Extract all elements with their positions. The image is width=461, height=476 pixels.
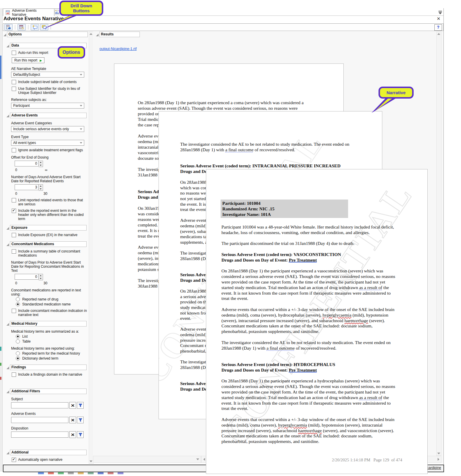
checkbox-include-a-summary-table-of-concomitant-m[interactable]: Include a summary table of concomitant m… xyxy=(12,249,87,257)
radio-button[interactable] xyxy=(16,334,20,338)
section-header-exposure[interactable]: Exposure xyxy=(10,225,87,231)
section-header-findings[interactable]: Findings xyxy=(10,365,87,370)
checkbox-box[interactable] xyxy=(12,458,16,462)
doc-text-line: event. It is not known from the case rep… xyxy=(221,291,391,296)
number-stepper[interactable] xyxy=(39,184,43,191)
auto-hide-icon[interactable] xyxy=(438,11,442,15)
checkbox-include-a-findings-domain-in-the-narrati[interactable]: Include a findings domain in the narrati… xyxy=(12,372,87,377)
dropdown-include-serious-adverse-events-only[interactable]: Include serious adverse events only xyxy=(11,126,84,132)
checkbox-include-concomitant-medication-indicatio[interactable]: Include concomitant medication indicatio… xyxy=(12,309,87,317)
checkbox-box[interactable] xyxy=(12,87,16,91)
scroll-up-icon[interactable] xyxy=(437,33,440,35)
results-header[interactable]: Results xyxy=(99,32,140,37)
collapse-triangle-icon[interactable] xyxy=(6,45,9,47)
help-icon[interactable]: ? xyxy=(434,24,442,31)
checkbox-box[interactable] xyxy=(12,198,16,202)
doc-link-text[interactable]: Pre Treatment xyxy=(289,257,317,262)
stepper-up-icon[interactable] xyxy=(40,162,42,163)
collapse-triangle-icon[interactable] xyxy=(6,391,9,393)
checkbox-box[interactable] xyxy=(12,233,16,237)
section-header-additional[interactable]: Additional xyxy=(10,450,87,455)
scroll-left-icon[interactable] xyxy=(203,458,205,461)
checkbox-box[interactable] xyxy=(12,148,16,152)
section-header-adverse-events[interactable]: Adverse Events xyxy=(10,113,87,118)
subject-filter-input[interactable] xyxy=(11,402,68,408)
collapse-triangle-icon[interactable] xyxy=(6,452,9,454)
radio-button[interactable] xyxy=(16,339,20,343)
collapse-triangle-icon[interactable] xyxy=(4,34,6,36)
stepper-up-icon[interactable] xyxy=(40,185,42,187)
doc-link-text[interactable]: Pre Treatment xyxy=(289,367,317,372)
number-input[interactable]: 3 xyxy=(15,184,39,190)
doc-text-line: Drugs and Doses on Day of Event: Pre Tre… xyxy=(221,367,317,373)
checkbox-include-exposure-ex-in-the-narrative[interactable]: Include Exposure (EX) in the narrative xyxy=(12,233,87,237)
checkbox-box[interactable] xyxy=(12,309,16,313)
scroll-up-icon[interactable] xyxy=(90,33,92,35)
checkbox-box[interactable] xyxy=(12,209,16,213)
export-report-icon[interactable] xyxy=(4,24,13,30)
radio-dictionary-derived-term[interactable]: Dictionary derived term xyxy=(16,356,87,360)
stepper-down-icon[interactable] xyxy=(40,165,42,166)
collapse-triangle-icon[interactable] xyxy=(6,227,9,230)
number-input[interactable]: 0 xyxy=(15,161,39,166)
checkbox-limit-reported-related-events-to-those-t[interactable]: Limit reported related events to those t… xyxy=(12,198,87,206)
collapse-triangle-icon[interactable] xyxy=(6,323,9,326)
results-vertical-scrollbar[interactable] xyxy=(436,32,441,456)
filter-icon[interactable] xyxy=(77,402,84,409)
clear-icon[interactable]: ✕ xyxy=(69,417,76,423)
collapse-triangle-icon[interactable] xyxy=(6,243,9,246)
scroll-right-icon[interactable] xyxy=(438,458,439,461)
checkbox-box[interactable] xyxy=(12,80,16,84)
checkbox-ignore-available-treatment-emergent-flag[interactable]: Ignore available treatment emergent flag… xyxy=(12,148,87,152)
radio-list[interactable]: List xyxy=(16,334,87,338)
scroll-down-icon[interactable] xyxy=(437,453,440,454)
checkbox-box[interactable] xyxy=(12,372,16,377)
dropdown-participant[interactable]: Participant xyxy=(11,103,84,109)
checkbox-include-subject-level-table-of-contents[interactable]: Include subject-level table of contents xyxy=(12,80,87,84)
view-data-icon[interactable] xyxy=(18,24,26,30)
radio-reported-term-for-the-medical-history[interactable]: Reported term for the medical history xyxy=(16,351,87,355)
dropdown-all-event-types[interactable]: All event types xyxy=(11,140,84,146)
number-stepper[interactable] xyxy=(39,161,43,167)
checkbox-box[interactable] xyxy=(12,51,16,55)
options-header[interactable]: Options xyxy=(7,32,88,37)
radio-button[interactable] xyxy=(16,351,20,355)
radio-standardized-medication-name[interactable]: Standardized medication name xyxy=(16,302,87,306)
filter-icon[interactable] xyxy=(77,417,84,423)
checkbox-use-subject-identifier-for-study-in-lieu[interactable]: Use Subject Identifier for study in lieu… xyxy=(12,87,87,95)
clear-icon[interactable]: ✕ xyxy=(69,402,76,409)
number-stepper[interactable] xyxy=(39,274,43,280)
scroll-down-icon[interactable] xyxy=(196,458,199,460)
narrative-document-front[interactable]: CONFIDENTIALParticipant: 101004Randomize… xyxy=(206,169,428,474)
radio-button[interactable] xyxy=(16,356,20,360)
checkbox-box[interactable] xyxy=(12,249,16,254)
filter-icon[interactable] xyxy=(77,431,84,438)
output-rtf-link[interactable]: output-Nicardipine-1.rtf xyxy=(99,47,137,51)
radio-reported-name-of-drug[interactable]: Reported name of drug xyxy=(16,297,87,301)
stepper-down-icon[interactable] xyxy=(40,278,42,279)
radio-button[interactable] xyxy=(16,297,20,301)
radio-table[interactable]: Table xyxy=(16,339,87,343)
checkbox-include-the-reported-event-term-in-the-h[interactable]: Include the reported event term in the h… xyxy=(12,209,87,221)
checkbox-label: Use Subject Identifier for study in lieu… xyxy=(18,87,87,95)
dropdown-defaultbysubject[interactable]: DefaultBySubject xyxy=(11,72,84,78)
close-icon[interactable]: ✕ xyxy=(437,16,441,21)
number-input[interactable]: 0 xyxy=(15,274,39,280)
stepper-up-icon[interactable] xyxy=(40,275,42,276)
run-this-report-button[interactable]: Run this report▶ xyxy=(12,57,44,63)
section-header-additional-filters[interactable]: Additional Filters xyxy=(10,389,87,394)
doc-text-line: phenobarbital, potassium supplements, an… xyxy=(221,439,319,444)
radio-button[interactable] xyxy=(16,302,20,306)
section-header-medical-history[interactable]: Medical History xyxy=(10,321,87,327)
clear-icon[interactable]: ✕ xyxy=(69,431,76,438)
section-header-concomitant-medications[interactable]: Concomitant Medications xyxy=(10,241,87,247)
collapse-triangle-icon[interactable] xyxy=(6,115,9,117)
checkbox-automatically-open-narrative[interactable]: Automatically open narrative xyxy=(12,458,87,462)
collapse-triangle-icon[interactable] xyxy=(96,34,99,36)
scroll-down-icon[interactable] xyxy=(90,460,92,462)
adverse-events-filter-input[interactable] xyxy=(11,417,68,423)
collapse-triangle-icon[interactable] xyxy=(6,367,9,369)
stepper-down-icon[interactable] xyxy=(40,188,42,190)
disposition-filter-input[interactable] xyxy=(11,432,68,438)
checkbox-label: Include the reported event term in the h… xyxy=(18,209,87,221)
